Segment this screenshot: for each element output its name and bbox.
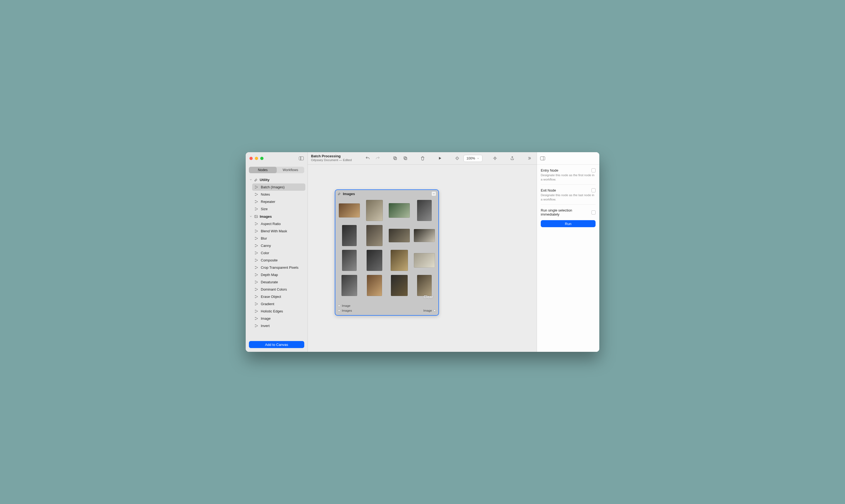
- node-icon: [254, 244, 259, 248]
- port-dot-icon: [338, 309, 340, 312]
- node-header[interactable]: Images: [335, 190, 438, 198]
- zoom-select[interactable]: 100%: [463, 155, 482, 162]
- redo-button[interactable]: [374, 155, 382, 162]
- thumbnail-cell[interactable]: [338, 225, 360, 247]
- thumbnail-cell[interactable]: [338, 250, 360, 271]
- sidebar-item[interactable]: Color: [252, 249, 305, 257]
- thumbnail-image: [342, 225, 357, 246]
- sidebar-item[interactable]: Invert: [252, 322, 305, 329]
- thumbnail-cell[interactable]: [413, 225, 436, 247]
- sidebar-item[interactable]: Canny: [252, 242, 305, 249]
- wrench-icon: [337, 192, 341, 196]
- sidebar-item[interactable]: Holistic Edges: [252, 308, 305, 315]
- sidebar-item[interactable]: Dominant Colors: [252, 286, 305, 293]
- node-icon: [254, 258, 259, 262]
- exit-node-checkbox[interactable]: [592, 188, 596, 192]
- images-node[interactable]: Images Clear Image: [335, 190, 439, 316]
- undo-button[interactable]: [364, 155, 372, 162]
- thumbnail-cell[interactable]: [338, 200, 360, 221]
- sidebar-item[interactable]: Crop Transparent Pixels: [252, 264, 305, 271]
- document-titles: Batch Processing Odyssey Document — Edit…: [311, 154, 352, 162]
- run-button[interactable]: Run: [541, 220, 596, 227]
- node-collapse-button[interactable]: [432, 191, 436, 196]
- thumbnail-cell[interactable]: [388, 300, 410, 302]
- thumbnail-cell[interactable]: [338, 300, 360, 302]
- close-window-button[interactable]: [249, 157, 253, 160]
- node-icon: [254, 207, 259, 211]
- toggle-inspector-icon[interactable]: [540, 157, 545, 160]
- thumbnail-cell[interactable]: [413, 275, 436, 296]
- thumbnail-cell[interactable]: [388, 225, 410, 247]
- sidebar-item-label: Image: [261, 317, 270, 321]
- thumbnail-cell[interactable]: [388, 200, 410, 221]
- sidebar-item-label: Color: [261, 251, 269, 255]
- sidebar-item[interactable]: Size: [252, 205, 305, 213]
- output-port-image-label[interactable]: Image: [423, 309, 432, 312]
- tab-workflows[interactable]: Workflows: [277, 167, 304, 173]
- group-header-utility[interactable]: Utility: [248, 176, 305, 183]
- thumbnail-cell[interactable]: [388, 250, 410, 271]
- node-icon: [254, 295, 259, 299]
- thumbnail-cell[interactable]: [413, 300, 436, 302]
- input-port-image[interactable]: Image: [338, 303, 436, 308]
- thumbnail-cell[interactable]: [338, 275, 360, 296]
- node-icon: [254, 324, 259, 328]
- fit-button[interactable]: [453, 155, 461, 162]
- minimize-window-button[interactable]: [255, 157, 258, 160]
- thumbnail-cell[interactable]: [413, 200, 436, 221]
- sidebar-item[interactable]: Composite: [252, 257, 305, 264]
- thumbnail-image: [341, 275, 357, 296]
- thumbnail-image: [391, 250, 408, 271]
- copy-button[interactable]: [391, 155, 399, 162]
- sidebar-item-label: Gradient: [261, 302, 274, 306]
- sidebar-item[interactable]: Aspect Ratio: [252, 220, 305, 228]
- sidebar-item[interactable]: Blur: [252, 235, 305, 242]
- thumbnail-grid-area[interactable]: Clear: [337, 198, 437, 302]
- node-icon: [254, 317, 259, 321]
- thumbnail-cell[interactable]: [364, 275, 386, 296]
- thumbnail-cell[interactable]: [388, 275, 410, 296]
- expand-toolbar-button[interactable]: [525, 155, 533, 162]
- sidebar-item[interactable]: Repeater: [252, 198, 305, 205]
- sidebar-item[interactable]: Image: [252, 315, 305, 322]
- sidebar-item[interactable]: Desaturate: [252, 278, 305, 286]
- duplicate-button[interactable]: [402, 155, 409, 162]
- thumbnail-cell[interactable]: [413, 250, 436, 271]
- toggle-sidebar-icon[interactable]: [299, 157, 304, 160]
- thumbnail-image: [417, 200, 432, 221]
- node-tree[interactable]: UtilityBatch (Images)NotesRepeaterSizeIm…: [246, 176, 307, 338]
- sidebar-item[interactable]: Batch (Images): [252, 183, 305, 191]
- center-button[interactable]: [491, 155, 499, 162]
- sidebar-item-label: Crop Transparent Pixels: [261, 266, 298, 270]
- sidebar-item-label: Composite: [261, 258, 278, 262]
- thumbnail-cell[interactable]: [364, 250, 386, 271]
- sidebar-item-label: Dominant Colors: [261, 287, 287, 291]
- sidebar-item[interactable]: Gradient: [252, 300, 305, 308]
- svg-rect-12: [254, 215, 257, 218]
- thumbnail-image: [417, 275, 432, 296]
- clear-button[interactable]: Clear: [424, 295, 433, 299]
- thumbnail-cell[interactable]: [364, 225, 386, 247]
- thumbnail-cell[interactable]: [364, 300, 386, 302]
- sidebar-item[interactable]: Notes: [252, 191, 305, 198]
- input-port-images-label[interactable]: Images: [342, 309, 352, 312]
- sidebar-item-label: Depth Map: [261, 273, 278, 277]
- zoom-window-button[interactable]: [260, 157, 263, 160]
- thumbnail-image: [391, 275, 408, 296]
- group-header-images[interactable]: Images: [248, 213, 305, 220]
- thumbnail-cell[interactable]: [364, 200, 386, 221]
- delete-button[interactable]: [419, 155, 427, 162]
- add-to-canvas-button[interactable]: Add to Canvas: [249, 341, 304, 348]
- sidebar-item[interactable]: Blend With Mask: [252, 228, 305, 235]
- svg-rect-59: [394, 158, 397, 160]
- share-button[interactable]: [508, 155, 516, 162]
- sidebar-item-label: Invert: [261, 324, 270, 328]
- run-selection-checkbox[interactable]: [592, 211, 596, 215]
- tab-nodes[interactable]: Nodes: [249, 167, 277, 173]
- thumbnail-image: [414, 253, 435, 268]
- canvas[interactable]: Images Clear Image: [308, 165, 537, 352]
- entry-node-checkbox[interactable]: [592, 168, 596, 173]
- play-button[interactable]: [436, 155, 444, 162]
- sidebar-item[interactable]: Erase Object: [252, 293, 305, 300]
- sidebar-item[interactable]: Depth Map: [252, 271, 305, 278]
